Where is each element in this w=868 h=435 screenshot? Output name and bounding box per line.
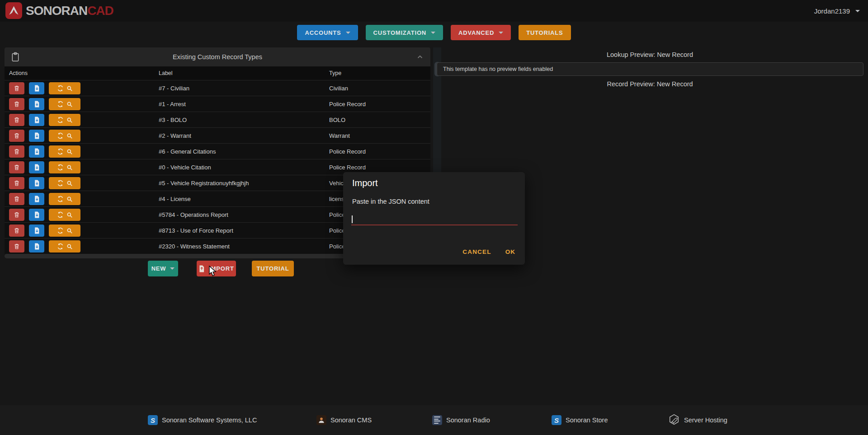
- preview-empty-message: This template has no preview fields enab…: [443, 66, 553, 72]
- record-type: Civilian: [329, 85, 348, 92]
- top-bar: SONORANCAD Jordan2139: [0, 0, 868, 22]
- json-content-input[interactable]: [351, 214, 518, 225]
- person-avatar-icon: [316, 415, 326, 425]
- rocket-hexagon-icon: [668, 414, 680, 427]
- sync-search-record-button[interactable]: [49, 193, 80, 205]
- ok-button[interactable]: OK: [501, 245, 519, 258]
- delete-record-button[interactable]: [9, 177, 24, 189]
- search-icon: [66, 212, 73, 218]
- main-nav: ACCOUNTS CUSTOMIZATION ADVANCED TUTORIAL…: [0, 25, 868, 40]
- footer-link-sonoran-radio[interactable]: Sonoran Radio: [432, 405, 490, 435]
- delete-record-button[interactable]: [9, 98, 24, 110]
- footer-link-sonoran-software[interactable]: S Sonoran Software Systems, LLC: [148, 405, 257, 435]
- nav-customization-button[interactable]: CUSTOMIZATION: [366, 25, 443, 40]
- trash-icon: [14, 164, 20, 171]
- sync-icon: [57, 211, 64, 218]
- export-record-button[interactable]: [29, 177, 44, 189]
- delete-record-button[interactable]: [9, 209, 24, 221]
- search-icon: [66, 101, 73, 108]
- record-type: Police Record: [329, 101, 366, 108]
- table-column-headers: Actions Label Type: [5, 66, 430, 80]
- trash-icon: [14, 180, 20, 187]
- sync-icon: [57, 196, 64, 202]
- search-icon: [66, 228, 73, 234]
- record-label: #8713 - Use of Force Report: [159, 227, 233, 234]
- file-download-icon: [34, 227, 40, 234]
- footer-label: Sonoran Software Systems, LLC: [162, 416, 257, 424]
- delete-record-button[interactable]: [9, 193, 24, 205]
- tutorial-button[interactable]: TUTORIAL: [252, 261, 294, 276]
- chevron-down-icon: [346, 32, 350, 34]
- delete-record-button[interactable]: [9, 240, 24, 253]
- trash-icon: [14, 85, 20, 92]
- chevron-down-icon: [855, 10, 860, 12]
- footer-label: Sonoran Store: [566, 416, 608, 424]
- sync-search-record-button[interactable]: [49, 98, 80, 110]
- sync-search-record-button[interactable]: [49, 225, 80, 237]
- file-upload-icon: [198, 265, 205, 272]
- record-type: Police Record: [329, 164, 366, 171]
- sync-search-record-button[interactable]: [49, 145, 80, 158]
- nav-accounts-label: ACCOUNTS: [305, 29, 341, 36]
- sync-search-record-button[interactable]: [49, 82, 80, 94]
- lookup-preview-title: Lookup Preview: New Record: [432, 51, 868, 58]
- export-record-button[interactable]: [29, 240, 44, 253]
- chevron-down-icon: [431, 32, 435, 34]
- export-record-button[interactable]: [29, 193, 44, 205]
- search-icon: [66, 117, 73, 123]
- search-icon: [66, 164, 73, 171]
- sync-icon: [57, 117, 64, 123]
- footer-link-sonoran-cms[interactable]: Sonoran CMS: [316, 405, 372, 435]
- export-record-button[interactable]: [29, 98, 44, 110]
- user-menu[interactable]: Jordan2139: [814, 0, 860, 22]
- search-icon: [66, 133, 73, 139]
- delete-record-button[interactable]: [9, 82, 24, 94]
- sync-search-record-button[interactable]: [49, 161, 80, 173]
- footer-label: Sonoran CMS: [330, 416, 372, 424]
- sync-search-record-button[interactable]: [49, 240, 80, 253]
- search-icon: [66, 243, 73, 250]
- delete-record-button[interactable]: [9, 114, 24, 126]
- new-record-button[interactable]: NEW: [148, 261, 178, 276]
- collapse-panel-button[interactable]: [416, 53, 424, 62]
- sync-search-record-button[interactable]: [49, 130, 80, 142]
- delete-record-button[interactable]: [9, 225, 24, 237]
- export-record-button[interactable]: [29, 161, 44, 173]
- sync-search-record-button[interactable]: [49, 114, 80, 126]
- export-record-button[interactable]: [29, 82, 44, 94]
- sonoran-cad-page: SONORANCAD Jordan2139 ACCOUNTS CUSTOMIZA…: [0, 0, 868, 435]
- export-record-button[interactable]: [29, 145, 44, 158]
- trash-icon: [14, 117, 20, 123]
- sync-search-record-button[interactable]: [49, 177, 80, 189]
- nav-tutorials-button[interactable]: TUTORIALS: [519, 25, 571, 40]
- file-download-icon: [34, 148, 40, 155]
- sync-search-record-button[interactable]: [49, 209, 80, 221]
- sync-icon: [57, 85, 64, 92]
- record-label: #3 - BOLO: [159, 117, 187, 123]
- column-header-type: Type: [329, 70, 341, 76]
- sync-icon: [57, 148, 64, 155]
- footer-link-sonoran-store[interactable]: S Sonoran Store: [552, 405, 608, 435]
- export-record-button[interactable]: [29, 114, 44, 126]
- delete-record-button[interactable]: [9, 145, 24, 158]
- file-download-icon: [34, 180, 40, 187]
- cancel-button[interactable]: CANCEL: [457, 245, 497, 258]
- export-record-button[interactable]: [29, 209, 44, 221]
- sync-icon: [57, 243, 64, 250]
- nav-customization-label: CUSTOMIZATION: [373, 29, 427, 36]
- nav-advanced-button[interactable]: ADVANCED: [451, 25, 511, 40]
- search-icon: [66, 85, 73, 92]
- chevron-down-icon: [170, 267, 175, 270]
- brand-logo[interactable]: SONORANCAD: [5, 2, 113, 19]
- footer-link-server-hosting[interactable]: Server Hosting: [668, 405, 727, 435]
- nav-accounts-button[interactable]: ACCOUNTS: [297, 25, 358, 40]
- record-label: #2320 - Witness Statement: [159, 243, 230, 250]
- record-label: #4 - License: [159, 196, 191, 202]
- export-record-button[interactable]: [29, 225, 44, 237]
- delete-record-button[interactable]: [9, 130, 24, 142]
- delete-record-button[interactable]: [9, 161, 24, 173]
- export-record-button[interactable]: [29, 130, 44, 142]
- file-download-icon: [34, 164, 40, 171]
- import-button[interactable]: IMPORT: [197, 261, 236, 276]
- file-download-icon: [34, 243, 40, 250]
